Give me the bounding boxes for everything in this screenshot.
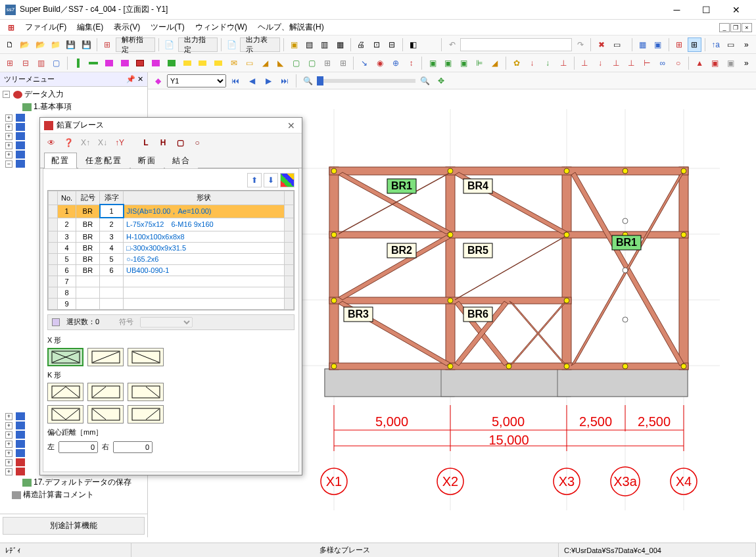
first-icon[interactable]: ⏮ — [228, 74, 243, 88]
save-icon[interactable]: 💾 — [64, 37, 78, 52]
t2-aa-icon[interactable]: ▣ — [457, 56, 471, 70]
t2-ai-icon[interactable]: ↓ — [593, 56, 607, 70]
new-icon[interactable]: 🗋 — [3, 37, 16, 52]
t2-ac-icon[interactable]: ◢ — [488, 56, 502, 70]
t2-ad-icon[interactable]: ✿ — [509, 56, 524, 70]
t2-w-icon[interactable]: ⊕ — [389, 56, 403, 70]
dlg-tb1-icon[interactable]: 👁 — [44, 135, 59, 150]
t2-ae-icon[interactable]: ↓ — [525, 56, 539, 70]
kshape-2[interactable] — [87, 383, 124, 401]
xshape-3[interactable] — [128, 348, 164, 366]
t2-ag-icon[interactable]: ⊥ — [556, 56, 571, 70]
menu-file[interactable]: ファイル(F) — [21, 20, 70, 34]
tab-connect[interactable]: 結合 — [165, 153, 198, 168]
brace-dialog[interactable]: 鉛直ブレース ✕ 👁 ❓ X↑ X↓ ↑Y L H ▢ ○ 配置 任意配置 断面… — [39, 117, 302, 475]
tree-item-1[interactable]: 1.基本事項 — [1, 101, 146, 113]
mdi-restore-icon[interactable]: ❐ — [730, 23, 741, 32]
tree-comment[interactable]: 構造計算書コメント — [1, 489, 146, 501]
t2-m-icon[interactable]: ✉ — [227, 56, 241, 70]
t2-e-icon[interactable] — [102, 56, 116, 70]
t2-k-icon[interactable] — [195, 56, 210, 70]
minimize-button[interactable]: ─ — [662, 0, 692, 20]
t2-s-icon[interactable]: ⊞ — [320, 56, 335, 70]
dlg-tb5-icon[interactable]: ↑Y — [112, 135, 127, 150]
zoom-in-icon[interactable]: 🔍 — [417, 74, 432, 88]
t2-b-icon[interactable]: ⊟ — [18, 56, 33, 70]
tb-c-icon[interactable]: ▥ — [318, 37, 331, 52]
output-icon[interactable]: 📄 — [162, 37, 176, 52]
mdi-minimize-icon[interactable]: _ — [719, 23, 730, 32]
t2-am-icon[interactable]: ∞ — [655, 56, 670, 70]
brace-grid[interactable]: No. 記号 添字 形状 1BR1JIS(Ab=10.00，Ae=10.00) … — [47, 190, 295, 310]
t2-l-icon[interactable] — [211, 56, 225, 70]
t2-y-icon[interactable]: ▣ — [425, 56, 440, 70]
tb-h-icon[interactable]: ▭ — [610, 37, 624, 52]
frame-select[interactable]: Y1 — [167, 74, 226, 87]
close-button[interactable]: ✕ — [721, 0, 751, 20]
dialog-close-icon[interactable]: ✕ — [285, 120, 298, 131]
t2-aq-icon[interactable]: ▣ — [724, 56, 738, 70]
dlg-tb2-icon[interactable]: ❓ — [61, 135, 76, 150]
tb-b-icon[interactable]: ▤ — [302, 37, 316, 52]
t2-ak-icon[interactable]: ⊥ — [625, 56, 639, 70]
t2-n-icon[interactable]: ▭ — [243, 56, 257, 70]
t2-af-icon[interactable]: ↓ — [540, 56, 555, 70]
tb-k-icon[interactable]: ⊞ — [672, 37, 686, 52]
tb-j-icon[interactable]: ▣ — [651, 37, 665, 52]
xshape-1[interactable] — [47, 348, 83, 366]
tb-d-icon[interactable]: ▦ — [333, 37, 347, 52]
t2-f-icon[interactable] — [118, 56, 132, 70]
t2-d-icon[interactable]: ▢ — [49, 56, 64, 70]
t2-ap-icon[interactable]: ▣ — [708, 56, 722, 70]
t2-u-icon[interactable]: ↘ — [357, 56, 371, 70]
kshape-1[interactable] — [47, 383, 83, 401]
tb-i-icon[interactable]: ▦ — [636, 37, 650, 52]
t2-ab-icon[interactable]: ⊫ — [472, 56, 486, 70]
open-icon[interactable]: 📂 — [18, 37, 32, 52]
table-row[interactable]: 2BR2L-75x75x12 6-M16 9x160 — [49, 218, 294, 231]
tb-m-icon[interactable]: ↑a — [709, 37, 722, 52]
table-row[interactable]: 3BR3H-100x100x6x8x8 — [49, 231, 294, 242]
mdi-close-icon[interactable]: × — [742, 23, 752, 32]
t2-p-icon[interactable]: ◣ — [273, 56, 288, 70]
t2-o-icon[interactable]: ◢ — [258, 56, 272, 70]
kshape-6[interactable] — [128, 405, 164, 424]
analysis-spec-button[interactable]: 解析指定 — [116, 37, 155, 52]
table-row[interactable]: 7 — [49, 276, 294, 287]
outshow-icon[interactable]: 📄 — [225, 37, 239, 52]
kshape-5[interactable] — [87, 405, 124, 424]
tb-n-icon[interactable]: ▭ — [724, 37, 738, 52]
undo-combo[interactable] — [460, 38, 572, 51]
t2-z-icon[interactable]: ▣ — [441, 56, 456, 70]
prev-icon[interactable]: ◀ — [245, 74, 259, 88]
cv-a-icon[interactable]: ◆ — [151, 74, 165, 88]
menu-icon[interactable]: ⊞ — [4, 22, 18, 34]
other-calc-button[interactable]: 別途計算機能 — [3, 517, 145, 535]
stripe-icon[interactable] — [280, 173, 295, 187]
t2-ah-icon[interactable]: ⊥ — [578, 56, 592, 70]
open2-icon[interactable]: 📂 — [34, 37, 47, 52]
t2-x-icon[interactable]: ↕ — [404, 56, 419, 70]
menu-window[interactable]: ウィンドウ(W) — [191, 20, 251, 34]
t2-aj-icon[interactable]: ⊥ — [609, 56, 623, 70]
print-icon[interactable]: 🖨 — [354, 37, 368, 52]
tree-root[interactable]: −データ入力 — [1, 88, 146, 101]
overflow-icon[interactable]: » — [740, 37, 753, 52]
output-show-button[interactable]: 出力表示 — [240, 37, 279, 52]
next-icon[interactable]: ▶ — [261, 74, 275, 88]
sign-select[interactable] — [140, 317, 193, 327]
analyze-icon[interactable]: ⊞ — [101, 37, 114, 52]
t2-r-icon[interactable]: ▢ — [304, 56, 319, 70]
up-icon[interactable]: ⬆ — [247, 173, 262, 187]
t2-beam-icon[interactable] — [87, 56, 101, 70]
ecc-right-input[interactable] — [113, 441, 153, 453]
overflow2-icon[interactable]: » — [740, 56, 754, 70]
tb-a-icon[interactable]: ▣ — [287, 37, 301, 52]
t2-g-icon[interactable] — [133, 56, 148, 70]
tb-f-icon[interactable]: ⊟ — [385, 37, 398, 52]
menu-help[interactable]: ヘルプ、解説書(H) — [254, 20, 328, 34]
dlg-tb9-icon[interactable]: ○ — [190, 135, 204, 150]
t2-c-icon[interactable]: ▥ — [34, 56, 48, 70]
menu-tool[interactable]: ツール(T) — [147, 20, 188, 34]
table-row[interactable]: 8 — [49, 287, 294, 298]
